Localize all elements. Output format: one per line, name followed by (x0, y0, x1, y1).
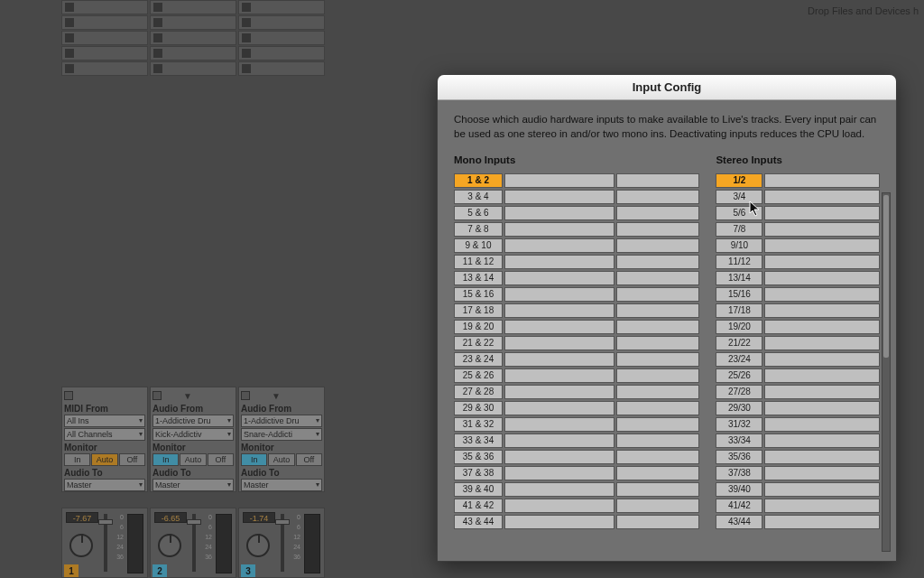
stereo-input-toggle[interactable]: 19/20 (716, 320, 762, 334)
mono-input-toggle[interactable]: 1 & 2 (454, 173, 503, 188)
mono-input-name-b[interactable] (616, 352, 699, 367)
stereo-input-name[interactable] (764, 385, 880, 399)
clip-slot[interactable] (150, 46, 236, 61)
fader-thumb[interactable] (187, 519, 201, 525)
input-channel-select[interactable]: Snare-Addicti▾ (241, 428, 322, 441)
mono-input-name-a[interactable] (504, 303, 614, 318)
mono-input-name-a[interactable] (504, 417, 614, 432)
mono-input-name-a[interactable] (504, 336, 614, 350)
clip-slot[interactable] (150, 31, 236, 45)
stereo-input-toggle[interactable]: 37/38 (716, 466, 762, 480)
mono-input-name-a[interactable] (504, 206, 614, 220)
stereo-input-toggle[interactable]: 9/10 (716, 238, 762, 253)
track-number[interactable]: 3 (241, 564, 255, 577)
mono-input-name-a[interactable] (504, 499, 614, 513)
mono-input-name-a[interactable] (504, 515, 614, 529)
stereo-input-name[interactable] (764, 271, 880, 285)
stereo-input-toggle[interactable]: 43/44 (716, 515, 762, 529)
clip-slot[interactable] (238, 46, 325, 61)
scrollbar-thumb[interactable] (883, 195, 889, 358)
stereo-input-name[interactable] (764, 238, 880, 253)
track-activator[interactable] (64, 391, 73, 400)
stereo-input-name[interactable] (764, 417, 880, 432)
stereo-input-toggle[interactable]: 3/4 (716, 190, 762, 204)
stereo-input-toggle[interactable]: 11/12 (716, 255, 762, 269)
monitor-off-button[interactable]: Off (119, 453, 145, 466)
mono-input-toggle[interactable]: 19 & 20 (454, 320, 503, 334)
stereo-input-toggle[interactable]: 23/24 (716, 352, 762, 367)
mono-input-name-a[interactable] (504, 173, 614, 188)
mono-input-name-a[interactable] (504, 401, 614, 415)
mono-input-name-a[interactable] (504, 190, 614, 204)
track-activator[interactable] (152, 391, 162, 400)
mono-input-toggle[interactable]: 25 & 26 (454, 368, 503, 383)
mono-input-toggle[interactable]: 23 & 24 (454, 352, 503, 367)
dialog-scrollbar[interactable] (882, 192, 891, 552)
stereo-input-name[interactable] (764, 336, 880, 350)
track-activator[interactable] (241, 391, 250, 400)
mono-input-name-b[interactable] (616, 206, 699, 220)
clip-slot[interactable] (238, 31, 325, 45)
pan-knob[interactable] (246, 534, 270, 557)
mono-input-toggle[interactable]: 5 & 6 (454, 206, 503, 220)
input-type-select[interactable]: 1-Addictive Dru▾ (152, 415, 234, 427)
stereo-input-name[interactable] (764, 320, 880, 334)
stereo-input-name[interactable] (764, 368, 880, 383)
record-arm-icon[interactable]: ▼ (272, 391, 281, 401)
mono-input-name-b[interactable] (616, 515, 699, 529)
track-number[interactable]: 1 (64, 564, 79, 577)
stereo-input-name[interactable] (764, 515, 880, 529)
stereo-input-toggle[interactable]: 1/2 (716, 173, 762, 188)
mono-input-toggle[interactable]: 31 & 32 (454, 417, 503, 432)
stereo-input-toggle[interactable]: 27/28 (716, 385, 762, 399)
fader-thumb[interactable] (98, 519, 113, 525)
monitor-off-button[interactable]: Off (296, 453, 322, 466)
mono-input-name-b[interactable] (616, 287, 699, 302)
volume-readout[interactable]: -1.74 (243, 512, 275, 523)
input-channel-select[interactable]: Kick-Addictiv▾ (152, 428, 234, 441)
mono-input-name-b[interactable] (616, 368, 699, 383)
mono-input-name-b[interactable] (616, 434, 699, 448)
mono-input-toggle[interactable]: 7 & 8 (454, 222, 503, 237)
mono-input-toggle[interactable]: 21 & 22 (454, 336, 503, 350)
stereo-input-toggle[interactable]: 31/32 (716, 417, 762, 432)
mono-input-name-b[interactable] (616, 336, 699, 350)
mono-input-toggle[interactable]: 29 & 30 (454, 401, 503, 415)
record-arm-icon[interactable]: ▼ (183, 391, 192, 401)
stereo-input-toggle[interactable]: 41/42 (716, 499, 762, 513)
mono-input-name-b[interactable] (616, 466, 699, 480)
monitor-auto-button[interactable]: Auto (180, 453, 206, 466)
stereo-input-toggle[interactable]: 33/34 (716, 434, 762, 448)
mono-input-name-b[interactable] (616, 482, 699, 497)
clip-slot[interactable] (238, 0, 325, 14)
mono-input-name-a[interactable] (504, 434, 614, 448)
clip-slot[interactable] (61, 31, 148, 45)
monitor-in-button[interactable]: In (241, 453, 267, 466)
monitor-off-button[interactable]: Off (208, 453, 234, 466)
stereo-input-toggle[interactable]: 39/40 (716, 482, 762, 497)
mono-input-name-b[interactable] (616, 303, 699, 318)
mono-input-name-a[interactable] (504, 450, 614, 464)
mono-input-toggle[interactable]: 39 & 40 (454, 482, 503, 497)
mono-input-name-b[interactable] (616, 173, 699, 188)
clip-slot[interactable] (61, 46, 148, 61)
stereo-input-toggle[interactable]: 29/30 (716, 401, 762, 415)
mono-input-name-b[interactable] (616, 222, 699, 237)
mono-input-name-b[interactable] (616, 385, 699, 399)
track-number[interactable]: 2 (152, 564, 167, 577)
mono-input-toggle[interactable]: 37 & 38 (454, 466, 503, 480)
stereo-input-toggle[interactable]: 25/26 (716, 368, 762, 383)
output-select[interactable]: Master▾ (64, 479, 145, 491)
mono-input-toggle[interactable]: 17 & 18 (454, 303, 503, 318)
mono-input-name-a[interactable] (504, 222, 614, 237)
mono-input-name-a[interactable] (504, 255, 614, 269)
stereo-input-name[interactable] (764, 303, 880, 318)
stereo-input-name[interactable] (764, 255, 880, 269)
output-select[interactable]: Master▾ (152, 479, 234, 491)
stereo-input-name[interactable] (764, 450, 880, 464)
mono-input-name-b[interactable] (616, 238, 699, 253)
mono-input-name-b[interactable] (616, 320, 699, 334)
mono-input-toggle[interactable]: 35 & 36 (454, 450, 503, 464)
mono-input-name-a[interactable] (504, 482, 614, 497)
mono-input-name-b[interactable] (616, 417, 699, 432)
